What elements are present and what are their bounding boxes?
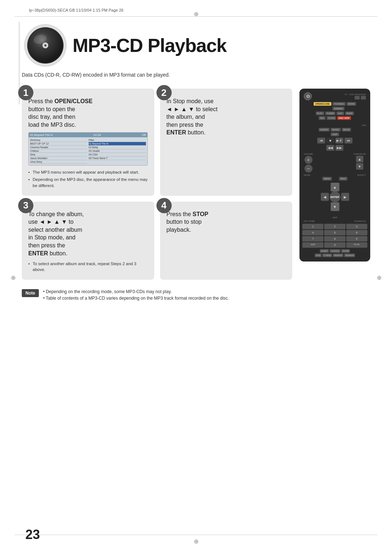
page-title: MP3-CD Playback xyxy=(73,35,226,56)
bottom-divider xyxy=(15,535,377,535)
step-1-bullets: The MP3 menu screen will appear and play… xyxy=(28,169,148,188)
tv-label: TV xyxy=(344,93,347,96)
row-play-tuner: PLAY TUNER AUX BAND xyxy=(302,112,367,115)
move-button[interactable]: MOVE xyxy=(342,128,351,131)
mini-item-1: BEST OF CP 12 xyxy=(30,142,87,146)
play-pause-button[interactable]: ▶⏸ xyxy=(335,138,343,143)
repeat-button[interactable]: REPEAT xyxy=(333,254,344,257)
subtitle: Data CDs (CD-R, CD-RW) encoded in MP3 fo… xyxy=(22,72,370,78)
info-button[interactable]: INFO xyxy=(339,177,347,181)
num-5-button[interactable]: 5 xyxy=(324,230,345,235)
effect-label: EFFECT xyxy=(358,174,366,176)
reg-mark-top: ⊕ xyxy=(193,11,199,17)
vol-minus-button[interactable]: − xyxy=(305,165,313,173)
mini-track-5: 05 Three Were T xyxy=(89,157,146,160)
tv-video-button[interactable]: TV/VIDEO xyxy=(332,102,346,106)
mini-track-3: 03 Vivaldi xyxy=(89,149,146,153)
sleep-button[interactable]: SLEEP xyxy=(320,249,329,253)
num-6-button[interactable]: 6 xyxy=(346,230,367,235)
power-button[interactable]: ⏻ xyxy=(304,92,312,100)
steps-grid: 1 Press the OPEN/CLOSE button to open th… xyxy=(22,89,292,280)
prev-button[interactable]: ⏮ xyxy=(317,138,325,143)
row-ship: SHIP xyxy=(302,133,367,136)
reg-mark-bottom: ⊕ xyxy=(193,538,199,544)
transport-seek: ◀◀ ▶▶ xyxy=(302,145,367,151)
stop-button[interactable]: ■ xyxy=(326,138,334,143)
mini-filter: Filter xyxy=(89,138,146,142)
note-content: • Depending on the recording mode, some … xyxy=(43,288,229,301)
step-3-content: To change the album,use ◄ ► ▲ ▼ toselect… xyxy=(28,210,148,273)
num-3-button[interactable]: 3 xyxy=(346,224,367,229)
tuner-button[interactable]: TUNER xyxy=(325,112,336,115)
next-button[interactable]: ⏭ xyxy=(344,138,352,143)
dpad-down-button[interactable]: ▼ xyxy=(331,202,339,211)
menu-button[interactable]: MENU xyxy=(322,177,332,181)
dpad: ▲ ◀ ENTER ▶ ▼ xyxy=(302,183,367,211)
dpad-up-button[interactable]: ▲ xyxy=(331,183,339,191)
zoom-button[interactable]: ZOOM xyxy=(341,249,350,253)
tv-btn[interactable] xyxy=(355,96,360,100)
dpad-left-button[interactable]: ◀ xyxy=(321,193,329,201)
note-label: Note xyxy=(22,289,39,297)
step-1-bullet-2: Depending on the MP3 disc, the appearanc… xyxy=(28,177,148,188)
dpad-right-button[interactable]: ▶ xyxy=(341,193,349,201)
step-1-content: Press the OPEN/CLOSE button to open thed… xyxy=(28,97,148,189)
s-view-button[interactable]: S.VIEW xyxy=(322,254,332,257)
step-3-bold: ENTER xyxy=(28,250,48,256)
surround-button[interactable]: SURR'D xyxy=(319,128,330,131)
mode2-label: MODE xyxy=(304,174,310,176)
num-0-button[interactable]: 0 xyxy=(324,242,345,248)
mini-time: 01:20 xyxy=(94,133,101,137)
aux-button[interactable]: AUX xyxy=(336,112,344,115)
remain-button[interactable]: REMAIN xyxy=(344,254,355,257)
mini-track-2: 02 Betty xyxy=(89,146,146,149)
tune-down-button[interactable]: ▼ xyxy=(356,163,363,170)
mini-screen: 01 Beyond The H 01:20 Off Directory BEST… xyxy=(28,132,148,166)
remote-control: ⏻ TV DVD RECEIVER OPEN/CLOSE TV/VIDEO MO… xyxy=(299,89,370,262)
mini-track-1: 01 Beyond The H xyxy=(89,142,146,146)
step-1-bold: OPEN/CLOSE xyxy=(54,98,93,104)
play-button-label[interactable]: PLAY xyxy=(316,112,324,115)
mode-button[interactable]: MODE xyxy=(347,102,356,106)
step-1-text: Press the OPEN/CLOSE button to open thed… xyxy=(28,97,148,129)
music-button[interactable]: MUSIC xyxy=(331,128,340,131)
vol-plus-button[interactable]: + xyxy=(305,156,313,164)
step-3-number: 3 xyxy=(18,198,33,213)
disc-skip-button[interactable]: DISC SKIP xyxy=(337,116,351,120)
bottom-row-2: ADD S.VIEW REPEAT REMAIN xyxy=(302,254,367,257)
mini-status: Off xyxy=(142,133,146,137)
step-3-box: 3 To change the album,use ◄ ► ▲ ▼ tosele… xyxy=(22,202,154,280)
remote-column: ⏻ TV DVD RECEIVER OPEN/CLOSE TV/VIDEO MO… xyxy=(299,89,370,280)
cancel-button[interactable]: CANCEL xyxy=(330,249,340,253)
step-2-content: In Stop mode, use◄ ► ▲ ▼ to selectthe al… xyxy=(167,97,286,137)
band-button[interactable]: BAND xyxy=(345,112,354,115)
forward-button[interactable]: ▶▶ xyxy=(335,145,343,151)
add-button-2[interactable]: ADD xyxy=(315,254,322,257)
rewind-button[interactable]: ◀◀ xyxy=(326,145,334,151)
dimmer-button[interactable]: DIMMER xyxy=(332,107,344,110)
step-1-box: 1 Press the OPEN/CLOSE button to open th… xyxy=(22,89,154,196)
mini-dir: Directory xyxy=(30,138,87,142)
num-4-button[interactable]: 4 xyxy=(302,230,323,235)
page-number: 23 xyxy=(25,527,40,542)
enter-button[interactable]: ENTER xyxy=(330,191,340,202)
dvd-btn[interactable] xyxy=(361,96,366,100)
slow-button[interactable]: SLOW xyxy=(327,116,336,120)
num-plan-button[interactable]: PLAN xyxy=(346,242,367,248)
tune-up-button[interactable]: ▲ xyxy=(356,156,363,162)
num-1-button[interactable]: 1 xyxy=(302,224,323,229)
row-surround: SURR'D MUSIC MOVE xyxy=(302,128,367,131)
num-add-button[interactable]: ADD xyxy=(302,242,323,248)
ship-button[interactable]: SHIP xyxy=(331,133,339,136)
num-9-button[interactable]: 9 xyxy=(346,236,367,242)
mini-right-col: Filter 01 Beyond The H 02 Betty 03 Vival… xyxy=(89,138,146,164)
step-2-bold: ENTER xyxy=(167,129,186,135)
mini-item-6: Uma Story xyxy=(30,160,87,164)
mic-button[interactable]: MIC xyxy=(319,116,326,120)
num-7-button[interactable]: 7 xyxy=(302,236,323,242)
sound-eq-label: SOUND EQ xyxy=(354,220,366,222)
num-2-button[interactable]: 2 xyxy=(324,224,345,229)
num-8-button[interactable]: 8 xyxy=(324,236,345,242)
open-close-button[interactable]: OPEN/CLOSE xyxy=(314,102,331,106)
step-2-number: 2 xyxy=(156,85,172,100)
